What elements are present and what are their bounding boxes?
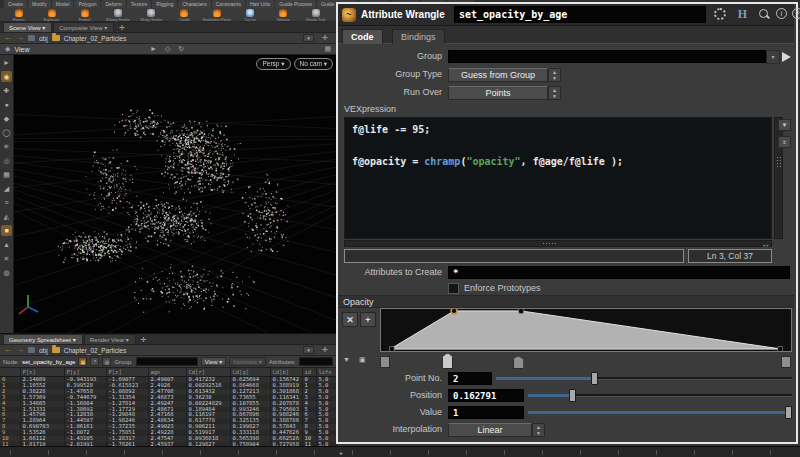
- viewport-tool-icon[interactable]: ≡: [1, 197, 12, 208]
- help-icon[interactable]: ?: [792, 8, 800, 19]
- ramp-handle[interactable]: [513, 356, 524, 369]
- shelf-tab[interactable]: Model: [52, 0, 74, 8]
- run-over-dropdown[interactable]: Points: [448, 86, 548, 100]
- path-dropdown[interactable]: ▾: [303, 34, 314, 42]
- group-filter-input[interactable]: [136, 357, 198, 366]
- ramp-point-selected[interactable]: [451, 308, 457, 314]
- position-slider[interactable]: [528, 389, 792, 402]
- shelf-tool[interactable]: Wispy Smoke: [138, 9, 164, 22]
- value-input[interactable]: 1: [448, 406, 524, 419]
- ramp-point[interactable]: [518, 308, 524, 314]
- shelf-tab[interactable]: Texture: [127, 0, 151, 8]
- viewport-tool-icon[interactable]: ✚: [1, 85, 12, 96]
- viewport-tool-icon[interactable]: ●: [1, 99, 12, 110]
- viewport-tool-icon[interactable]: ◎: [1, 155, 12, 166]
- playbar[interactable]: ▸: [0, 446, 800, 457]
- column-header[interactable]: Cd[g]: [230, 368, 270, 377]
- shelf-tool[interactable]: Billowy Smoke: [105, 9, 131, 22]
- shelf-tool[interactable]: Explosion: [39, 9, 65, 22]
- editor-menu-icon[interactable]: ▼: [778, 119, 791, 131]
- handles-icon[interactable]: ◇: [165, 45, 170, 53]
- enforce-prototypes-checkbox[interactable]: [448, 283, 459, 294]
- ramp-delete-point-button[interactable]: ✕: [342, 312, 358, 327]
- view-tool-label[interactable]: View: [14, 46, 29, 53]
- breadcrumb-node[interactable]: Chapter_02_Particles: [64, 35, 127, 42]
- shelf-tool[interactable]: Flames: [6, 9, 32, 22]
- viewport-tool-icon[interactable]: ◯: [1, 127, 12, 138]
- network-chip-icon[interactable]: [28, 347, 35, 353]
- column-header[interactable]: life: [316, 368, 336, 377]
- position-input[interactable]: 0.162791: [448, 389, 524, 402]
- intrinsics-dropdown[interactable]: Intrinsics ▾: [229, 357, 265, 366]
- editor-hscrollbar[interactable]: ◂ ▸: [344, 240, 772, 247]
- forward-arrow-icon[interactable]: →: [16, 34, 24, 42]
- column-header[interactable]: P[y]: [64, 368, 106, 377]
- breadcrumb-root[interactable]: obj: [39, 347, 48, 354]
- shelf-tool[interactable]: Dry Ice: [237, 9, 263, 22]
- column-header[interactable]: id: [302, 368, 316, 377]
- shelf-tool[interactable]: Volcano: [270, 9, 296, 22]
- viewport-tool-icon[interactable]: ►: [1, 57, 12, 68]
- follow-node-toggle[interactable]: ▦: [78, 357, 87, 366]
- viewport-tool-icon[interactable]: ◆: [1, 113, 12, 124]
- ramp-handle[interactable]: [380, 356, 390, 368]
- interpolation-spinner[interactable]: ▲▼: [532, 423, 545, 437]
- column-header[interactable]: P[z]: [106, 368, 148, 377]
- ramp-handle[interactable]: [442, 353, 453, 369]
- camera-selector[interactable]: No cam ▾: [294, 58, 333, 70]
- ramp-add-point-button[interactable]: +: [360, 312, 376, 327]
- opacity-ramp-graph[interactable]: [380, 308, 792, 352]
- ramp-point[interactable]: [778, 347, 783, 352]
- viewport[interactable]: ►◉✚●◆◯✳◎▦◢≡◭■▲✕◍ Persp ▾ No cam ▾: [0, 55, 336, 333]
- group-pick-arrow-icon[interactable]: [782, 52, 791, 62]
- add-pane-tab-icon[interactable]: ✛: [137, 336, 151, 344]
- attributes-filter-input[interactable]: [299, 357, 333, 366]
- panel-tab-bindings[interactable]: Bindings: [392, 29, 445, 44]
- viewport-canvas[interactable]: [14, 55, 336, 333]
- shelf-tool[interactable]: Candle: [171, 9, 197, 22]
- add-pane-icon[interactable]: ✛: [318, 346, 332, 354]
- shelf-tab[interactable]: Polygon: [74, 0, 100, 8]
- ramp-point[interactable]: [389, 347, 394, 352]
- scene-pane-tab[interactable]: Scene View ▾: [3, 22, 52, 32]
- back-arrow-icon[interactable]: ←: [4, 346, 12, 354]
- point-no-input[interactable]: 2: [448, 372, 492, 385]
- node-name-input[interactable]: set_opacity_by_age: [454, 6, 706, 23]
- perspective-selector[interactable]: Persp ▾: [256, 58, 290, 70]
- column-header[interactable]: age: [148, 368, 186, 377]
- group-type-dropdown[interactable]: Guess from Group: [448, 68, 548, 82]
- shelf-tab[interactable]: Guide Process: [275, 0, 316, 8]
- pin-button[interactable]: ◎: [102, 357, 111, 366]
- viewport-tool-icon[interactable]: ◭: [1, 211, 12, 222]
- interpolation-dropdown[interactable]: Linear: [448, 423, 532, 437]
- column-header[interactable]: P[x]: [20, 368, 64, 377]
- gear-icon[interactable]: [714, 8, 726, 20]
- back-arrow-icon[interactable]: ←: [4, 34, 12, 42]
- spreadsheet-pane-tab[interactable]: Geometry Spreadsheet ▾: [3, 334, 83, 344]
- viewport-tool-icon[interactable]: ▲: [1, 239, 12, 250]
- shelf-tool[interactable]: Smokeless Flame: [204, 9, 230, 22]
- geometry-table[interactable]: P[x]P[y]P[z]ageCd[r]Cd[g]Cd[b]idlife02.1…: [0, 368, 337, 448]
- attributes-to-create-input[interactable]: *: [448, 266, 790, 279]
- vex-code-editor[interactable]: f@life -= 95; f@opacity = chramp("opacit…: [344, 117, 772, 239]
- panel-tab-code[interactable]: Code: [342, 29, 383, 44]
- viewport-tool-icon[interactable]: ✳: [1, 141, 12, 152]
- select-icon[interactable]: ►: [150, 45, 157, 53]
- shelf-tab[interactable]: Hair Utils: [246, 0, 274, 8]
- run-over-spinner[interactable]: ▲▼: [548, 86, 561, 100]
- column-header[interactable]: [0, 368, 20, 377]
- ramp-handle-row[interactable]: [380, 354, 792, 370]
- viewport-tool-icon[interactable]: ✕: [1, 253, 12, 264]
- viewport-tool-icon[interactable]: ▦: [1, 169, 12, 180]
- expand-parameter-icon[interactable]: ±: [778, 136, 791, 148]
- node-name[interactable]: set_opacity_by_age: [22, 359, 75, 365]
- view-mode-dropdown[interactable]: View ▾: [201, 357, 227, 366]
- path-dropdown[interactable]: ▾: [303, 346, 314, 354]
- shelf-tab[interactable]: Rigging: [152, 0, 177, 8]
- viewport-tool-icon[interactable]: ◢: [1, 183, 12, 194]
- ramp-collapse-icon[interactable]: ▼: [343, 356, 350, 363]
- star-button[interactable]: *: [90, 357, 99, 366]
- shelf-tab[interactable]: Constraints: [212, 0, 245, 8]
- view-tool-icon[interactable]: ◈: [5, 45, 10, 53]
- shelf-tool[interactable]: Fireball: [72, 9, 98, 22]
